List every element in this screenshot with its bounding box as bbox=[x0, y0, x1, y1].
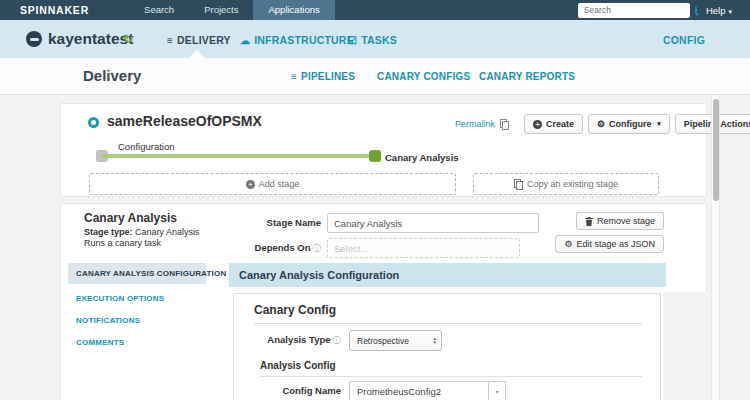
tab-canary-reports[interactable]: CANARY REPORTS bbox=[479, 71, 575, 82]
panel-backdrop bbox=[663, 292, 708, 400]
nav-item-search[interactable]: Search bbox=[129, 0, 189, 20]
tab-config[interactable]: CONFIG bbox=[663, 34, 705, 46]
stage-description: Runs a canary task bbox=[84, 238, 161, 248]
pipeline-status-icon bbox=[88, 117, 99, 128]
active-tab-notch bbox=[189, 50, 205, 58]
config-name-combobox: ▾ bbox=[349, 381, 506, 400]
configure-button[interactable]: ⚙Configure ▾ bbox=[588, 114, 670, 134]
gear-icon: ⚙ bbox=[564, 239, 572, 249]
info-icon[interactable]: ⓘ bbox=[333, 335, 342, 345]
pipeline-card: sameReleaseOfOPSMX Permalink +Create ⚙Co… bbox=[60, 103, 707, 197]
application-name: kayentatest bbox=[48, 30, 133, 48]
stage-type-line: Stage type: Canary Analysis bbox=[84, 227, 200, 237]
sidebar-item-comments[interactable]: COMMENTS bbox=[68, 332, 206, 353]
page-title: Delivery bbox=[83, 67, 141, 84]
plus-circle-icon: + bbox=[246, 180, 255, 189]
sidebar-item-notifications[interactable]: NOTIFICATIONS bbox=[68, 310, 206, 331]
sidebar-item-canary-analysis-configuration[interactable]: CANARY ANALYSIS CONFIGURATION bbox=[68, 263, 206, 284]
help-menu[interactable]: Help▾ bbox=[706, 5, 732, 16]
nav-item-projects[interactable]: Projects bbox=[189, 0, 253, 20]
global-search-input[interactable] bbox=[578, 5, 695, 15]
info-icon[interactable]: ⓘ bbox=[313, 243, 322, 253]
plus-circle-icon: + bbox=[533, 120, 542, 129]
pipeline-actions-row: Permalink +Create ⚙Configure ▾ Pipeline … bbox=[455, 114, 750, 134]
permalink-link[interactable]: Permalink bbox=[455, 119, 495, 129]
depends-on-select[interactable]: Select... bbox=[327, 238, 520, 258]
select-arrows-icon: ▲▼ bbox=[433, 337, 437, 345]
chevron-down-icon: ▾ bbox=[728, 8, 732, 15]
analysis-config-subheading: Analysis Config bbox=[260, 360, 336, 371]
trash-icon bbox=[585, 217, 593, 226]
graph-config-label: Configuration bbox=[118, 141, 175, 152]
canary-config-panel: Canary Config Analysis Typeⓘ Retrospecti… bbox=[233, 293, 661, 400]
gear-icon: ⚙ bbox=[597, 119, 605, 129]
canary-analysis-stage-node[interactable] bbox=[369, 150, 381, 162]
stage-name-input[interactable] bbox=[327, 213, 539, 233]
add-stage-button[interactable]: +Add stage bbox=[89, 173, 456, 195]
copy-existing-stage-button[interactable]: Copy an existing stage bbox=[473, 173, 659, 195]
top-nav-bar: SPINNAKER Search Projects Applications H… bbox=[0, 0, 750, 20]
stage-title: Canary Analysis bbox=[84, 211, 177, 225]
top-nav-items: Search Projects Applications bbox=[129, 0, 335, 20]
divider bbox=[254, 323, 642, 324]
config-name-label: Config Name bbox=[236, 385, 341, 396]
tab-tasks[interactable]: ☑TASKS bbox=[348, 34, 397, 46]
combobox-toggle-button[interactable]: ▾ bbox=[489, 381, 506, 400]
chevron-down-icon: ▾ bbox=[657, 120, 661, 128]
refresh-icon[interactable]: ↻ bbox=[123, 32, 133, 46]
application-header: kayentatest ↻ ≡DELIVERY ☁INFRASTRUCTURE … bbox=[0, 20, 750, 58]
copy-permalink-icon[interactable] bbox=[500, 119, 509, 130]
section-bar: Delivery ≡PIPELINES CANARY CONFIGS CANAR… bbox=[0, 58, 750, 95]
help-label: Help bbox=[706, 5, 726, 16]
config-section-heading: Canary Analysis Configuration bbox=[229, 263, 666, 287]
analysis-type-label: Analysis Typeⓘ bbox=[236, 334, 341, 347]
checkbox-icon: ☑ bbox=[348, 35, 357, 46]
pipeline-name: sameReleaseOfOPSMX bbox=[107, 113, 262, 129]
tab-canary-configs[interactable]: CANARY CONFIGS bbox=[377, 71, 470, 82]
remove-stage-button[interactable]: Remove stage bbox=[576, 212, 664, 230]
spinnaker-brand[interactable]: SPINNAKER bbox=[20, 4, 89, 16]
create-button[interactable]: +Create bbox=[524, 114, 583, 134]
config-name-input[interactable] bbox=[349, 381, 489, 400]
stage-editor-region: Canary Analysis Stage type: Canary Analy… bbox=[60, 203, 707, 400]
scrollbar-thumb[interactable] bbox=[713, 99, 719, 201]
canary-config-title: Canary Config bbox=[254, 303, 336, 317]
graph-canary-label: Canary Analysis bbox=[385, 152, 459, 163]
tab-delivery[interactable]: ≡DELIVERY bbox=[167, 34, 231, 46]
global-search-box[interactable] bbox=[578, 3, 690, 18]
tab-pipelines[interactable]: ≡PIPELINES bbox=[291, 71, 355, 82]
edit-stage-json-button[interactable]: ⚙Edit stage as JSON bbox=[555, 235, 664, 253]
stage-connector-line bbox=[102, 154, 374, 158]
list-icon: ≡ bbox=[291, 71, 297, 82]
search-icon[interactable] bbox=[695, 6, 697, 14]
cloud-icon: ☁ bbox=[240, 35, 250, 46]
nav-item-applications[interactable]: Applications bbox=[253, 0, 334, 20]
application-icon bbox=[26, 31, 42, 47]
analysis-type-select[interactable]: Retrospective▲▼ bbox=[349, 330, 442, 351]
copy-icon bbox=[514, 179, 523, 190]
depends-on-label: Depends Onⓘ bbox=[231, 242, 321, 255]
divider bbox=[260, 376, 642, 377]
list-icon: ≡ bbox=[167, 35, 173, 46]
stage-name-label: Stage Name bbox=[231, 217, 321, 228]
sidebar-item-execution-options[interactable]: EXECUTION OPTIONS bbox=[68, 288, 206, 309]
tab-infrastructure[interactable]: ☁INFRASTRUCTURE bbox=[240, 34, 354, 46]
